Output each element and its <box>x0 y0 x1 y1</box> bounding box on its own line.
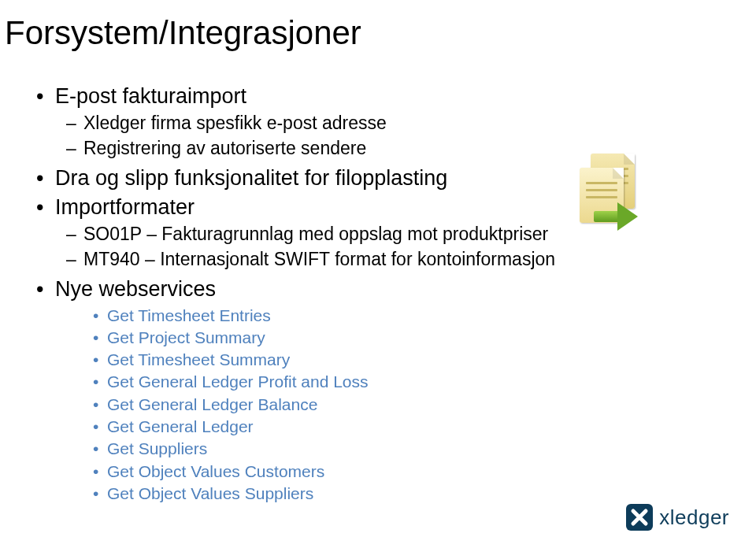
slide-title: Forsystem/Integrasjoner <box>5 14 724 52</box>
arrow-right-icon <box>594 202 639 231</box>
ws-item: Get Timesheet Entries <box>87 305 724 326</box>
ws-item: Get General Ledger Profit and Loss <box>87 371 724 392</box>
bullet-label: E-post fakturaimport <box>55 84 246 108</box>
bullet-label: Nye webservices <box>55 277 216 301</box>
ws-item: Get Suppliers <box>87 438 724 459</box>
ws-item: Get Object Values Suppliers <box>87 483 724 504</box>
bullet-webservices: Nye webservices Get Timesheet Entries Ge… <box>32 276 724 504</box>
logo-mark-icon <box>626 504 653 531</box>
ws-item: Get Project Summary <box>87 327 724 348</box>
documents-transfer-icon <box>575 154 662 240</box>
slide: Forsystem/Integrasjoner E-post fakturaim… <box>0 0 756 548</box>
bullet-list: E-post fakturaimport Xledger firma spesf… <box>32 83 724 504</box>
ws-item: Get Object Values Customers <box>87 461 724 482</box>
ws-item: Get General Ledger Balance <box>87 394 724 415</box>
logo-text: xledger <box>659 505 729 530</box>
ws-item: Get General Ledger <box>87 416 724 437</box>
bullet-label: Dra og slipp funksjonalitet for filoppla… <box>55 166 447 190</box>
sub-item: MT940 – Internasjonalt SWIFT format for … <box>55 248 724 272</box>
webservices-list: Get Timesheet Entries Get Project Summar… <box>87 305 724 505</box>
bullet-label: Importformater <box>55 195 195 219</box>
bullet-epost: E-post fakturaimport Xledger firma spesf… <box>32 83 724 161</box>
sub-item: Xledger firma spesfikk e-post adresse <box>55 112 724 135</box>
brand-logo: xledger <box>626 504 729 531</box>
ws-item: Get Timesheet Summary <box>87 349 724 370</box>
